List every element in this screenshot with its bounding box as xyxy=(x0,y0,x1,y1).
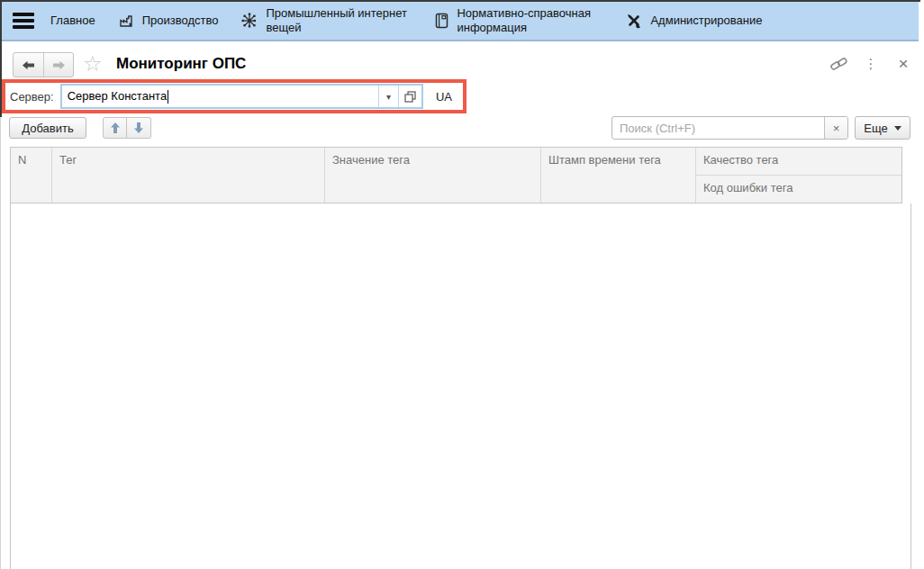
arrow-up-icon xyxy=(110,122,121,134)
open-in-window-icon xyxy=(404,91,416,103)
server-dropdown-button[interactable]: ▾ xyxy=(378,86,398,107)
nav-item-label: Главное xyxy=(50,14,95,28)
favorite-star-icon[interactable]: ☆ xyxy=(83,52,103,76)
window-edge-left-lower xyxy=(0,117,1,569)
keyboard-language-button[interactable]: UA xyxy=(430,90,458,104)
iot-hub-icon xyxy=(241,13,258,29)
more-menu-icon[interactable]: ⋮ xyxy=(861,54,881,74)
more-button-label: Еще xyxy=(864,122,887,135)
search-input[interactable] xyxy=(612,117,824,139)
column-header-number[interactable]: N xyxy=(11,148,52,203)
main-navbar: Главное Производство Промышленный интерн… xyxy=(2,2,919,41)
server-input[interactable]: Сервер Константа ▾ xyxy=(60,84,423,109)
nav-item-administration[interactable]: Администрирование xyxy=(626,13,762,29)
nav-item-production[interactable]: Производство xyxy=(119,14,219,28)
column-header-value[interactable]: Значение тега xyxy=(325,148,541,203)
history-buttons xyxy=(13,52,74,77)
add-button[interactable]: Добавить xyxy=(9,117,86,139)
server-panel-highlight: Сервер: Сервер Константа ▾ UA xyxy=(2,79,467,113)
factory-icon xyxy=(119,14,134,28)
app-window: Главное Производство Промышленный интерн… xyxy=(0,0,924,569)
window-edge-left xyxy=(0,0,2,117)
move-down-button[interactable] xyxy=(127,117,151,139)
nav-item-reference-info[interactable]: Нормативно-справочная информация xyxy=(435,6,602,34)
server-field-label: Сервер: xyxy=(10,90,54,104)
get-link-icon[interactable] xyxy=(829,54,848,74)
server-input-value: Сервер Константа xyxy=(62,89,378,104)
tools-icon xyxy=(626,13,642,29)
window-action-icons: ⋮ × xyxy=(829,54,913,74)
search-box: × xyxy=(611,116,848,140)
forward-arrow-icon xyxy=(52,59,66,71)
hamburger-menu-icon[interactable] xyxy=(13,13,34,29)
more-actions-button[interactable]: Еще xyxy=(855,116,910,140)
close-icon[interactable]: × xyxy=(893,54,913,74)
page-title: Мониторинг ОПС xyxy=(116,55,246,73)
column-header-quality-group: Качество тега Код ошибки тега xyxy=(696,148,901,203)
server-open-button[interactable] xyxy=(398,86,421,107)
nav-item-main[interactable]: Главное xyxy=(50,14,95,28)
book-icon xyxy=(435,13,448,29)
move-row-buttons xyxy=(103,117,151,139)
back-button[interactable] xyxy=(14,53,43,77)
column-header-timestamp[interactable]: Штамп времени тега xyxy=(541,148,696,203)
nav-item-label: Промышленный интернет вещей xyxy=(266,6,412,34)
column-header-error-code[interactable]: Код ошибки тега xyxy=(696,176,901,203)
nav-item-iot[interactable]: Промышленный интернет вещей xyxy=(241,6,412,34)
tags-table-body[interactable] xyxy=(10,203,911,569)
nav-item-label: Нормативно-справочная информация xyxy=(457,6,602,34)
nav-item-label: Производство xyxy=(142,14,219,28)
forward-button[interactable] xyxy=(43,53,73,77)
tags-table-header: N Тег Значение тега Штамп времени тега К… xyxy=(10,147,902,203)
column-header-tag[interactable]: Тег xyxy=(52,148,325,203)
move-up-button[interactable] xyxy=(103,117,127,139)
arrow-down-icon xyxy=(133,122,144,134)
text-cursor xyxy=(168,90,168,104)
clear-search-button[interactable]: × xyxy=(824,117,847,139)
column-header-quality[interactable]: Качество тега xyxy=(696,148,901,176)
nav-item-label: Администрирование xyxy=(650,14,762,28)
chevron-down-icon xyxy=(894,126,901,131)
back-arrow-icon xyxy=(22,59,35,71)
